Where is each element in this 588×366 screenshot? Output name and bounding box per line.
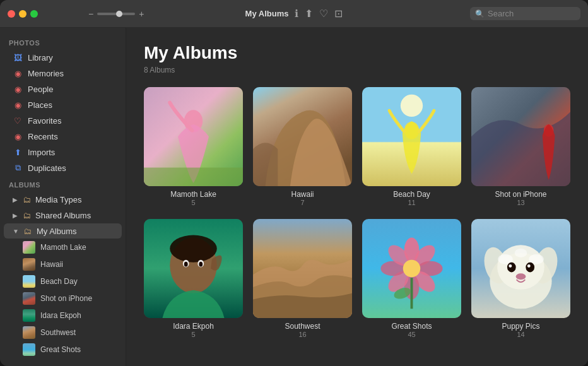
app-window: − + My Albums ℹ ⬆ ♡ ⊡ 🔍 Photos [0,0,588,366]
shot-on-iphone-album-thumb [471,87,570,186]
beach-day-album-thumb [362,87,461,186]
titlebar: − + My Albums ℹ ⬆ ♡ ⊡ 🔍 [0,0,588,28]
svg-point-36 [515,249,527,257]
album-card-shot-on-iphone[interactable]: Shot on iPhone 13 [471,87,570,206]
recents-icon: ◉ [13,131,23,141]
mamoth-lake-count: 5 [191,199,195,206]
albums-section-label: Albums [0,176,126,191]
album-card-idara[interactable]: Idara Ekpoh 5 [144,219,243,338]
media-types-label: Media Types [35,195,81,204]
svg-point-38 [526,263,534,273]
southwest-name: Southwest [285,322,320,331]
svg-point-14 [184,262,188,267]
sidebar-item-places[interactable]: ◉ Places [4,97,122,112]
album-card-beach-day[interactable]: Beach Day 11 [362,87,461,206]
sidebar-group-media-types[interactable]: ▶ 🗂 Media Types [4,192,122,207]
imports-icon: ⬆ [13,147,23,157]
sidebar-sub-mamoth-lake[interactable]: Mamoth Lake [4,239,122,256]
titlebar-center: My Albums ℹ ⬆ ♡ ⊡ [245,8,343,20]
traffic-lights [8,10,38,18]
heart-icon[interactable]: ♡ [319,8,328,20]
media-types-folder-icon: 🗂 [21,194,32,204]
album-card-southwest[interactable]: Southwest 16 [253,219,352,338]
info-icon[interactable]: ℹ [295,8,298,20]
memories-label: Memories [28,69,64,78]
album-card-hawaii[interactable]: Hawaii 7 [253,87,352,206]
mamoth-lake-album-thumb [144,87,243,186]
great-shots-thumb [23,343,35,356]
sidebar-item-library[interactable]: 🖼 Library [4,50,122,65]
shot-on-iphone-sub-label: Shot on iPhone [40,294,92,303]
sidebar: Photos 🖼 Library ◉ Memories ◉ People ◉ P… [0,28,126,366]
svg-point-41 [516,273,526,280]
favorites-label: Favorites [28,116,61,126]
svg-point-37 [507,263,516,273]
mamoth-lake-name: Mamoth Lake [170,190,216,199]
great-shots-album-thumb [362,219,461,318]
album-card-mamoth-lake[interactable]: Mamoth Lake 5 [144,87,243,206]
idara-album-thumb [144,219,243,318]
sidebar-sub-great-shots[interactable]: Great Shots [4,341,122,358]
share-icon[interactable]: ⬆ [305,8,313,20]
hawaii-sub-label: Hawaii [40,260,63,269]
southwest-count: 16 [298,331,306,338]
titlebar-title: My Albums [245,9,289,18]
chevron-right-icon: ▶ [13,196,18,203]
library-label: Library [28,53,53,62]
svg-point-5 [401,95,423,117]
hawaii-thumb [23,258,35,271]
album-card-great-shots[interactable]: Great Shots 45 [362,219,461,338]
close-button[interactable] [8,10,15,18]
zoom-plus-button[interactable]: + [139,9,144,19]
people-label: People [28,85,53,94]
beach-day-name: Beach Day [393,190,430,199]
sidebar-sub-beach-day[interactable]: Beach Day [4,273,122,290]
sidebar-group-shared-albums[interactable]: ▶ 🗂 Shared Albums [4,208,122,223]
sidebar-item-duplicates[interactable]: ⧉ Duplicates [4,160,122,175]
hawaii-album-thumb [253,87,352,186]
search-icon: 🔍 [475,9,485,18]
sidebar-sub-idara[interactable]: Idara Ekpoh [4,307,122,324]
zoom-minus-button[interactable]: − [88,9,93,19]
hawaii-count: 7 [300,199,304,206]
search-bar[interactable]: 🔍 [470,7,580,20]
southwest-sub-label: Southwest [40,328,76,337]
great-shots-count: 45 [408,331,415,338]
beach-day-sub-label: Beach Day [40,277,78,286]
mamoth-lake-thumb [23,241,35,254]
album-card-puppy-pics[interactable]: Puppy Pics 14 [471,219,570,338]
svg-point-15 [199,262,203,267]
southwest-thumb [23,326,35,339]
sidebar-item-people[interactable]: ◉ People [4,81,122,97]
beach-day-count: 11 [408,199,415,206]
sidebar-sub-shot-on-iphone[interactable]: Shot on iPhone [4,290,122,307]
zoom-slider[interactable] [97,13,135,15]
idara-name: Idara Ekpoh [173,322,214,331]
puppy-pics-album-thumb [471,219,570,318]
search-input[interactable] [488,9,575,18]
titlebar-right: 🔍 [470,7,580,20]
sidebar-item-recents[interactable]: ◉ Recents [4,129,122,144]
puppy-pics-name: Puppy Pics [502,322,539,331]
people-icon: ◉ [13,84,23,94]
sidebar-item-imports[interactable]: ⬆ Imports [4,145,122,160]
sidebar-item-memories[interactable]: ◉ Memories [4,66,122,81]
minimize-button[interactable] [19,10,26,18]
my-albums-label: My Albums [37,227,77,236]
duplicates-icon: ⧉ [13,163,23,173]
shot-on-iphone-name: Shot on iPhone [495,190,546,199]
titlebar-action-icons: ℹ ⬆ ♡ ⊡ [295,8,343,20]
sidebar-group-my-albums[interactable]: ▼ 🗂 My Albums [4,223,122,239]
places-label: Places [28,100,52,110]
sidebar-sub-southwest[interactable]: Southwest [4,324,122,341]
shared-albums-label: Shared Albums [35,211,91,220]
frame-icon[interactable]: ⊡ [334,8,343,20]
beach-day-thumb [23,275,35,288]
maximize-button[interactable] [30,10,38,18]
zoom-slider-thumb [116,11,122,17]
favorites-icon: ♡ [13,115,23,126]
great-shots-name: Great Shots [391,322,432,331]
sidebar-item-favorites[interactable]: ♡ Favorites [4,113,122,128]
sidebar-sub-hawaii[interactable]: Hawaii [4,256,122,273]
library-icon: 🖼 [13,52,23,62]
